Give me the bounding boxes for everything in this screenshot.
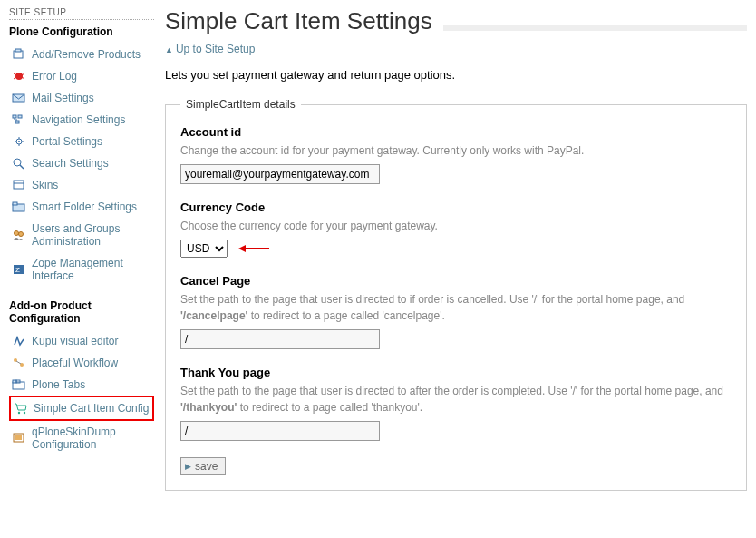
kupu-icon xyxy=(12,335,26,347)
svg-point-35 xyxy=(18,412,20,414)
addon-config-title: Add-on Product Configuration xyxy=(9,299,154,325)
plone-config-title: Plone Configuration xyxy=(9,25,154,38)
sidebar: SITE SETUP Plone Configuration Add/Remov… xyxy=(9,7,154,491)
cancel-input[interactable] xyxy=(180,329,380,349)
sidebar-item-add-remove[interactable]: Add/Remove Products xyxy=(12,48,151,61)
users-icon xyxy=(12,229,26,241)
skins-icon xyxy=(12,179,26,191)
sidebar-item-label: Placeful Workflow xyxy=(32,357,118,369)
currency-help: Choose the currency code for your paymen… xyxy=(180,218,732,234)
sidebar-item-label: Error Log xyxy=(32,70,77,83)
sidebar-item-label: Navigation Settings xyxy=(32,113,125,126)
sidebar-item-plone-tabs[interactable]: Plone Tabs xyxy=(12,378,151,391)
title-bar xyxy=(443,25,747,31)
svg-point-25 xyxy=(15,231,19,236)
sidebar-item-smart-folder[interactable]: Smart Folder Settings xyxy=(12,201,151,213)
svg-marker-40 xyxy=(238,245,246,252)
workflow-icon xyxy=(12,357,26,369)
field-thankyou-page: Thank You page Set the path to the page … xyxy=(180,366,732,441)
account-label: Account id xyxy=(180,125,732,139)
thankyou-help: Set the path to the page that user is di… xyxy=(180,383,732,416)
sidebar-item-label: Search Settings xyxy=(32,157,109,170)
sidebar-item-label: Simple Cart Item Config xyxy=(34,402,149,415)
svg-rect-38 xyxy=(15,435,22,440)
details-fieldset: SimpleCartItem details Account id Change… xyxy=(165,98,747,491)
sidebar-item-label: qPloneSkinDump Configuration xyxy=(32,426,151,451)
svg-text:Z: Z xyxy=(15,266,20,274)
folder-icon xyxy=(12,201,26,213)
sidebar-item-label: Kupu visual editor xyxy=(32,335,118,347)
account-help: Change the account id for your payment g… xyxy=(180,142,732,159)
sidebar-item-label: Smart Folder Settings xyxy=(32,201,137,213)
svg-point-14 xyxy=(18,141,20,142)
thankyou-label: Thank You page xyxy=(180,366,732,379)
sidebar-item-kupu[interactable]: Kupu visual editor xyxy=(12,335,151,347)
currency-label: Currency Code xyxy=(180,201,732,214)
page-title: Simple Cart Item Settings xyxy=(165,7,432,35)
sidebar-item-skins[interactable]: Skins xyxy=(12,179,151,191)
svg-rect-9 xyxy=(18,115,22,118)
sidebar-item-label: Zope Management Interface xyxy=(32,257,151,282)
gear-icon xyxy=(12,135,26,148)
play-icon: ▶ xyxy=(185,462,191,471)
sidebar-item-workflow[interactable]: Placeful Workflow xyxy=(12,357,151,369)
skin-dump-icon xyxy=(12,432,26,445)
addon-config-list: Kupu visual editor Placeful Workflow Plo… xyxy=(9,330,154,455)
main-content: Simple Cart Item Settings ▲Up to Site Se… xyxy=(165,7,747,491)
svg-point-2 xyxy=(15,73,23,80)
sidebar-item-navigation[interactable]: Navigation Settings xyxy=(12,113,151,126)
nav-icon xyxy=(12,113,26,126)
sidebar-item-label: Skins xyxy=(32,179,58,191)
sidebar-item-error-log[interactable]: Error Log xyxy=(12,70,151,83)
plone-config-list: Add/Remove Products Error Log Mail Setti… xyxy=(9,44,154,287)
up-link[interactable]: ▲Up to Site Setup xyxy=(165,43,747,55)
package-icon xyxy=(12,48,26,61)
search-icon xyxy=(12,157,26,170)
svg-point-36 xyxy=(24,412,25,414)
sidebar-item-search[interactable]: Search Settings xyxy=(12,157,151,170)
sidebar-item-label: Portal Settings xyxy=(32,135,102,148)
arrow-annotation-icon xyxy=(238,243,269,254)
svg-rect-24 xyxy=(13,202,17,205)
svg-rect-10 xyxy=(15,121,19,123)
sidebar-item-label: Users and Groups Administration xyxy=(32,222,151,248)
field-currency: Currency Code Choose the currency code f… xyxy=(180,201,732,258)
svg-line-31 xyxy=(16,361,21,364)
svg-line-20 xyxy=(20,165,24,169)
svg-rect-1 xyxy=(15,49,21,52)
sidebar-item-label: Mail Settings xyxy=(32,92,94,104)
mail-icon xyxy=(12,92,26,104)
caret-up-icon: ▲ xyxy=(165,45,173,54)
account-input[interactable] xyxy=(180,164,380,184)
currency-select[interactable]: USD xyxy=(180,240,228,258)
field-account-id: Account id Change the account id for you… xyxy=(180,125,732,184)
cancel-label: Cancel Page xyxy=(180,274,732,288)
bug-icon xyxy=(12,70,26,83)
svg-rect-21 xyxy=(14,181,24,189)
svg-point-26 xyxy=(19,232,24,237)
svg-rect-33 xyxy=(13,380,16,383)
sidebar-item-users-groups[interactable]: Users and Groups Administration xyxy=(12,222,151,248)
svg-point-19 xyxy=(14,159,21,166)
sidebar-item-mail[interactable]: Mail Settings xyxy=(12,92,151,104)
cart-icon xyxy=(14,402,28,415)
up-link-label: Up to Site Setup xyxy=(176,43,255,55)
intro-text: Lets you set payment gateway and return … xyxy=(165,68,747,82)
sidebar-item-label: Plone Tabs xyxy=(32,378,85,391)
sidebar-item-simple-cart[interactable]: Simple Cart Item Config xyxy=(14,402,150,415)
sidebar-item-skin-dump[interactable]: qPloneSkinDump Configuration xyxy=(12,426,151,451)
field-cancel-page: Cancel Page Set the path to the page tha… xyxy=(180,274,732,349)
tabs-icon xyxy=(12,378,26,391)
sidebar-item-portal[interactable]: Portal Settings xyxy=(12,135,151,148)
svg-rect-8 xyxy=(13,115,16,118)
sidebar-item-label: Add/Remove Products xyxy=(32,48,141,61)
fieldset-legend: SimpleCartItem details xyxy=(180,98,301,111)
save-button[interactable]: ▶save xyxy=(180,457,226,475)
zope-icon: Z xyxy=(12,263,26,276)
thankyou-input[interactable] xyxy=(180,421,380,441)
save-label: save xyxy=(195,460,218,473)
sidebar-item-zmi[interactable]: ZZope Management Interface xyxy=(12,257,151,282)
sidebar-heading: SITE SETUP xyxy=(9,7,154,20)
cancel-help: Set the path to the page that user is di… xyxy=(180,291,732,324)
